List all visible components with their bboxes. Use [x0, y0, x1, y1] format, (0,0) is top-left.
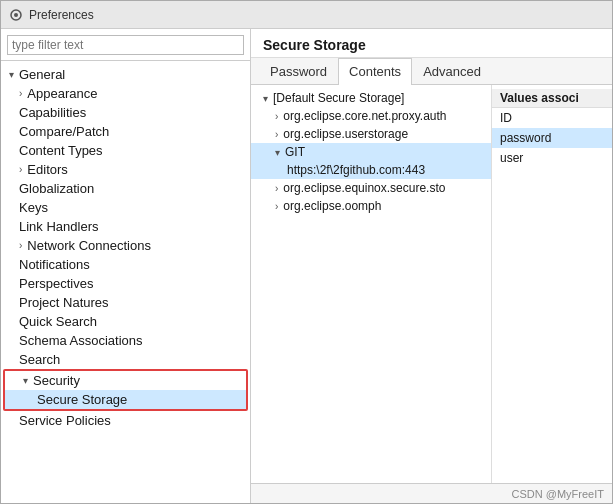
- content-item-git[interactable]: ▾ GIT: [251, 143, 491, 161]
- content-item-default-secure-storage[interactable]: ▾ [Default Secure Storage]: [251, 89, 491, 107]
- tree-item-perspectives[interactable]: Perspectives: [1, 274, 250, 293]
- tree-label-perspectives: Perspectives: [19, 276, 93, 291]
- tree-label-security: Security: [33, 373, 80, 388]
- tree-item-compare-patch[interactable]: Compare/Patch: [1, 122, 250, 141]
- tree-item-editors[interactable]: › Editors: [1, 160, 250, 179]
- tree-item-quick-search[interactable]: Quick Search: [1, 312, 250, 331]
- right-panel: Secure Storage Password Contents Advance…: [251, 29, 612, 503]
- content-item-core-net[interactable]: › org.eclipse.core.net.proxy.auth: [251, 107, 491, 125]
- tree-item-keys[interactable]: Keys: [1, 198, 250, 217]
- arrow-git: ▾: [275, 147, 280, 158]
- security-group: ▾ Security Secure Storage: [3, 369, 248, 411]
- preferences-window: Preferences ▾ General › Appearance Capab…: [0, 0, 613, 504]
- tree-label-secure-storage: Secure Storage: [37, 392, 127, 407]
- values-item-user[interactable]: user: [492, 148, 612, 168]
- content-label-git-url: https:\2f\2fgithub.com:443: [287, 163, 425, 177]
- tree-label-capabilities: Capabilities: [19, 105, 86, 120]
- tree-item-search[interactable]: Search: [1, 350, 250, 369]
- content-label-oomph: org.eclipse.oomph: [283, 199, 381, 213]
- tree-item-globalization[interactable]: Globalization: [1, 179, 250, 198]
- content-label-core-net: org.eclipse.core.net.proxy.auth: [283, 109, 446, 123]
- tree-label-project-natures: Project Natures: [19, 295, 109, 310]
- arrow-general: ▾: [9, 69, 14, 80]
- tab-contents[interactable]: Contents: [338, 58, 412, 85]
- content-label-default: [Default Secure Storage]: [273, 91, 404, 105]
- tree-label-keys: Keys: [19, 200, 48, 215]
- tree-item-content-types[interactable]: Content Types: [1, 141, 250, 160]
- content-item-oomph[interactable]: › org.eclipse.oomph: [251, 197, 491, 215]
- title-bar: Preferences: [1, 1, 612, 29]
- content-area: ▾ [Default Secure Storage] › org.eclipse…: [251, 85, 612, 483]
- filter-input[interactable]: [7, 35, 244, 55]
- main-area: ▾ General › Appearance Capabilities Comp…: [1, 29, 612, 503]
- tree-label-link-handlers: Link Handlers: [19, 219, 99, 234]
- tree-label-notifications: Notifications: [19, 257, 90, 272]
- svg-point-1: [14, 13, 18, 17]
- values-item-password[interactable]: password: [492, 128, 612, 148]
- right-panel-title: Secure Storage: [251, 29, 612, 58]
- tree-label-quick-search: Quick Search: [19, 314, 97, 329]
- arrow-oomph: ›: [275, 201, 278, 212]
- tree-label-network-connections: Network Connections: [27, 238, 151, 253]
- tree-label-search: Search: [19, 352, 60, 367]
- content-label-equinox: org.eclipse.equinox.secure.sto: [283, 181, 445, 195]
- tree-item-service-policies[interactable]: Service Policies: [1, 411, 250, 430]
- tree-label-service-policies: Service Policies: [19, 413, 111, 428]
- tabs-bar: Password Contents Advanced: [251, 58, 612, 85]
- arrow-editors: ›: [19, 164, 22, 175]
- values-header: Values associ: [492, 89, 612, 108]
- arrow-core-net: ›: [275, 111, 278, 122]
- tree-item-appearance[interactable]: › Appearance: [1, 84, 250, 103]
- tree-item-link-handlers[interactable]: Link Handlers: [1, 217, 250, 236]
- tree-label-general: General: [19, 67, 65, 82]
- arrow-default: ▾: [263, 93, 268, 104]
- content-label-userstorage: org.eclipse.userstorage: [283, 127, 408, 141]
- tab-password[interactable]: Password: [259, 58, 338, 84]
- bottom-bar: CSDN @MyFreeIT: [251, 483, 612, 503]
- bottom-bar-text: CSDN @MyFreeIT: [512, 488, 604, 500]
- tree-item-notifications[interactable]: Notifications: [1, 255, 250, 274]
- left-panel: ▾ General › Appearance Capabilities Comp…: [1, 29, 251, 503]
- tree-item-secure-storage[interactable]: Secure Storage: [5, 390, 246, 409]
- arrow-userstorage: ›: [275, 129, 278, 140]
- filter-bar: [1, 29, 250, 61]
- arrow-appearance: ›: [19, 88, 22, 99]
- content-label-git: GIT: [285, 145, 305, 159]
- tree-label-compare-patch: Compare/Patch: [19, 124, 109, 139]
- tree-item-project-natures[interactable]: Project Natures: [1, 293, 250, 312]
- tree-label-globalization: Globalization: [19, 181, 94, 196]
- content-tree: ▾ [Default Secure Storage] › org.eclipse…: [251, 85, 492, 483]
- tree-item-schema-associations[interactable]: Schema Associations: [1, 331, 250, 350]
- content-item-equinox[interactable]: › org.eclipse.equinox.secure.sto: [251, 179, 491, 197]
- values-panel: Values associ ID password user: [492, 85, 612, 483]
- content-item-git-url[interactable]: https:\2f\2fgithub.com:443: [251, 161, 491, 179]
- tree-label-content-types: Content Types: [19, 143, 103, 158]
- arrow-network: ›: [19, 240, 22, 251]
- tree-label-editors: Editors: [27, 162, 67, 177]
- content-item-userstorage[interactable]: › org.eclipse.userstorage: [251, 125, 491, 143]
- arrow-equinox: ›: [275, 183, 278, 194]
- tree-item-security[interactable]: ▾ Security: [5, 371, 246, 390]
- tree-item-capabilities[interactable]: Capabilities: [1, 103, 250, 122]
- values-item-id[interactable]: ID: [492, 108, 612, 128]
- tree-item-general[interactable]: ▾ General: [1, 65, 250, 84]
- tree-item-network-connections[interactable]: › Network Connections: [1, 236, 250, 255]
- window-title: Preferences: [29, 8, 94, 22]
- tab-advanced[interactable]: Advanced: [412, 58, 492, 84]
- preferences-tree: ▾ General › Appearance Capabilities Comp…: [1, 61, 250, 503]
- tree-label-schema-associations: Schema Associations: [19, 333, 143, 348]
- arrow-security: ▾: [23, 375, 28, 386]
- preferences-icon: [9, 8, 23, 22]
- tree-label-appearance: Appearance: [27, 86, 97, 101]
